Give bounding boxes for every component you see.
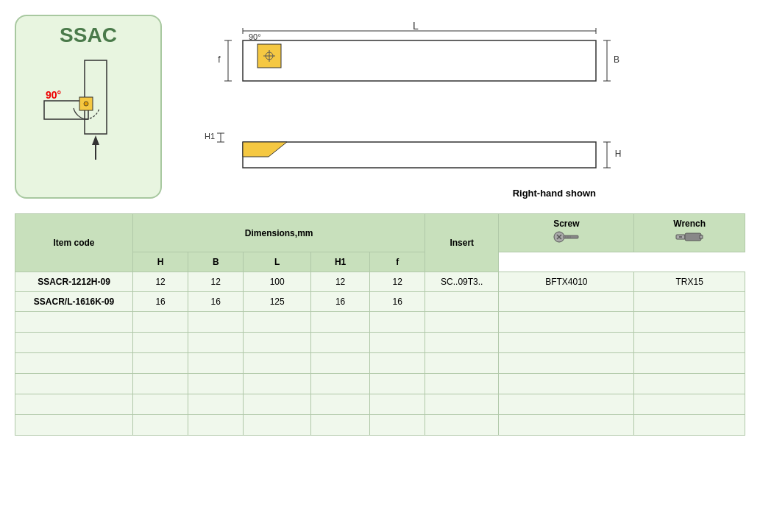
table-row: SSACR/L-1616K-09 16 16 125 16 16 (15, 292, 745, 312)
item-code-header: Item code (15, 214, 133, 272)
svg-text:f: f (218, 54, 221, 65)
svg-rect-43 (685, 233, 701, 241)
empty-row (15, 394, 745, 415)
svg-rect-25 (243, 142, 596, 168)
technical-diagrams: L 90° f B (184, 15, 745, 199)
svg-rect-44 (679, 236, 682, 238)
screw-cell: BFTX4010 (499, 272, 634, 292)
empty-row (15, 374, 745, 394)
insert-cell: SC..09T3.. (425, 272, 499, 292)
svg-point-3 (84, 102, 88, 106)
top-diagram: L 90° f B (184, 22, 625, 110)
ssac-card: SSAC 90° (15, 15, 162, 199)
svg-text:90°: 90° (46, 89, 61, 101)
table-row: SSACR-1212H-09 12 12 100 12 12 SC..09T3.… (15, 272, 745, 292)
dim-H1: 12 (311, 272, 370, 292)
empty-row (15, 333, 745, 353)
dim-L: 100 (244, 272, 311, 292)
ssac-diagram: 90° (29, 53, 147, 171)
svg-text:H: H (615, 149, 622, 159)
item-code-cell: SSACR-1212H-09 (15, 272, 133, 292)
wrench-header: Wrench (634, 214, 745, 252)
dim-B: 12 (188, 272, 244, 292)
screw-icon (553, 229, 580, 245)
dimensions-header: Dimensions,mm (133, 214, 425, 252)
dim-L-header: L (244, 252, 311, 272)
empty-row (15, 312, 745, 333)
dim-B-header: B (188, 252, 244, 272)
svg-marker-6 (92, 135, 99, 145)
insert-cell (425, 292, 499, 312)
dim-H-header: H (133, 252, 188, 272)
item-code-cell: SSACR/L-1616K-09 (15, 292, 133, 312)
dim-H: 16 (133, 292, 188, 312)
svg-text:B: B (614, 54, 619, 65)
right-hand-label: Right-hand shown (184, 185, 603, 199)
wrench-icon (675, 229, 704, 245)
empty-row (15, 353, 745, 374)
svg-marker-26 (243, 142, 287, 157)
wrench-cell (634, 292, 745, 312)
dim-f: 12 (370, 272, 425, 292)
data-table: Item code Dimensions,mm Insert Screw Wre… (15, 213, 745, 436)
ssac-title: SSAC (60, 24, 117, 47)
dim-L: 125 (244, 292, 311, 312)
bottom-diagram: H1 H (184, 120, 625, 182)
dim-H1: 16 (311, 292, 370, 312)
svg-rect-45 (700, 235, 703, 238)
svg-text:H1: H1 (205, 132, 215, 141)
dim-f: 16 (370, 292, 425, 312)
dim-H1-header: H1 (311, 252, 370, 272)
insert-header: Insert (425, 214, 499, 272)
svg-text:L: L (413, 22, 419, 32)
screw-cell (499, 292, 634, 312)
svg-rect-11 (243, 40, 596, 81)
wrench-cell: TRX15 (634, 272, 745, 292)
dim-H: 12 (133, 272, 188, 292)
svg-text:90°: 90° (249, 32, 261, 41)
dim-B: 16 (188, 292, 244, 312)
dim-f-header: f (370, 252, 425, 272)
empty-row (15, 415, 745, 436)
screw-header: Screw (499, 214, 634, 252)
